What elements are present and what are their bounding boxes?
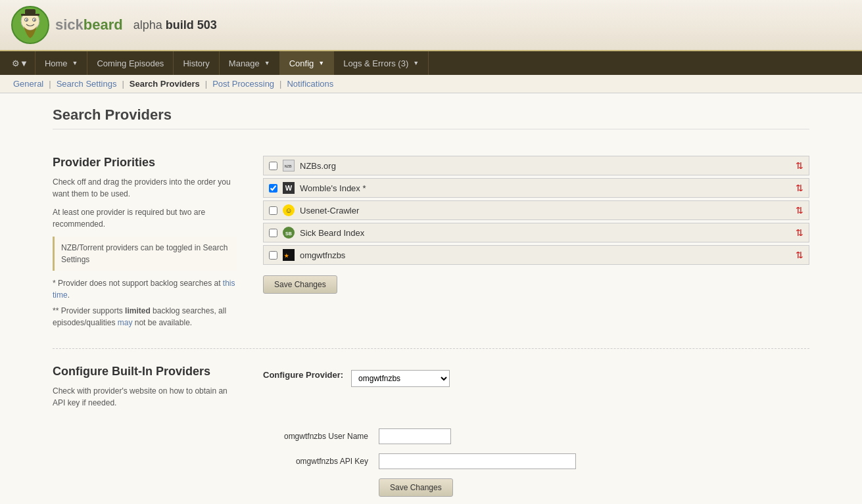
apikey-row: omgwtfnzbs API Key bbox=[263, 453, 809, 469]
tools-caret: ▼ bbox=[20, 58, 28, 68]
logo-area: sickbeard bbox=[11, 5, 123, 45]
provider-icon-omg: ★ bbox=[283, 249, 295, 261]
provider-name-womble: Womble's Index * bbox=[300, 183, 790, 193]
configure-right: Configure Provider: omgwtfnzbs NZBs.org … bbox=[263, 365, 809, 415]
provider-name-usenet: Usenet-Crawler bbox=[300, 206, 790, 216]
page-title: Search Providers bbox=[53, 106, 809, 129]
drag-handle-womble[interactable]: ⇅ bbox=[796, 183, 803, 193]
footnote2-prefix: ** Provider supports bbox=[53, 306, 125, 315]
nav-logs[interactable]: Logs & Errors (3) ▼ bbox=[334, 51, 429, 75]
tools-button[interactable]: ⚙ ▼ bbox=[5, 51, 36, 75]
provider-row-omg[interactable]: ★ omgwtfnzbs ⇅ bbox=[263, 245, 809, 265]
provider-name-omg: omgwtfnzbs bbox=[300, 250, 790, 260]
provider-row-usenet[interactable]: ☺ Usenet-Crawler ⇅ bbox=[263, 200, 809, 220]
save-changes-button-1[interactable]: Save Changes bbox=[263, 275, 337, 294]
provider-icon-sickbeard: SB bbox=[283, 227, 295, 239]
subnav-search-settings[interactable]: Search Settings bbox=[54, 79, 120, 89]
tools-icon: ⚙ bbox=[12, 58, 20, 68]
navbar: ⚙ ▼ Home ▼ Coming Episodes History Manag… bbox=[0, 51, 862, 75]
provider-row-nzbs[interactable]: NZB NZBs.org ⇅ bbox=[263, 156, 809, 175]
nav-home-caret: ▼ bbox=[72, 60, 78, 66]
apikey-input[interactable] bbox=[379, 453, 576, 469]
footnote1-prefix: * Provider does not support backlog sear… bbox=[53, 279, 223, 288]
username-label: omgwtfnzbs User Name bbox=[263, 432, 368, 441]
subnav: General | Search Settings | Search Provi… bbox=[0, 75, 862, 93]
priorities-desc1: Check off and drag the providers into th… bbox=[53, 176, 237, 200]
section-right-priorities: NZB NZBs.org ⇅ W Womble's Index * ⇅ ☺ Us… bbox=[263, 156, 809, 332]
footnote2-link: may bbox=[118, 318, 133, 327]
configure-provider-label: Configure Provider: bbox=[263, 370, 343, 380]
build-number: build 503 bbox=[166, 18, 217, 32]
priorities-note-text: NZB/Torrent providers can be toggled in … bbox=[61, 243, 227, 264]
nav-config-label: Config bbox=[289, 58, 314, 68]
build-info: alpha build 503 bbox=[133, 18, 217, 32]
subnav-search-providers[interactable]: Search Providers bbox=[127, 79, 203, 89]
username-row: omgwtfnzbs User Name bbox=[263, 428, 809, 444]
provider-icon-womble: W bbox=[283, 182, 295, 194]
configure-title: Configure Built-In Providers bbox=[53, 365, 237, 378]
provider-priorities-section: Provider Priorities Check off and drag t… bbox=[53, 140, 809, 349]
provider-row-sickbeard[interactable]: SB Sick Beard Index ⇅ bbox=[263, 223, 809, 242]
footnote2-bold: limited bbox=[125, 306, 151, 315]
drag-handle-sickbeard[interactable]: ⇅ bbox=[796, 227, 803, 238]
provider-icon-usenet: ☺ bbox=[283, 204, 295, 216]
footnote2: ** Provider supports limited backlog sea… bbox=[53, 305, 237, 329]
nav-logs-caret: ▼ bbox=[413, 60, 419, 66]
nav-history-label: History bbox=[183, 58, 209, 68]
priorities-title: Provider Priorities bbox=[53, 156, 237, 170]
provider-checkbox-omg[interactable] bbox=[269, 251, 277, 260]
provider-icon-nzbs: NZB bbox=[283, 160, 295, 172]
footnote1-suffix: . bbox=[68, 290, 70, 300]
subnav-notifications[interactable]: Notifications bbox=[284, 79, 336, 89]
section-left-priorities: Provider Priorities Check off and drag t… bbox=[53, 156, 237, 332]
main-content: Search Providers Provider Priorities Che… bbox=[0, 93, 862, 504]
nav-manage-caret: ▼ bbox=[264, 60, 270, 66]
nav-home-label: Home bbox=[45, 58, 68, 68]
provider-checkbox-nzbs[interactable] bbox=[269, 162, 277, 170]
drag-handle-usenet[interactable]: ⇅ bbox=[796, 205, 803, 216]
nav-coming-episodes[interactable]: Coming Episodes bbox=[87, 51, 174, 75]
configure-section: Configure Built-In Providers Check with … bbox=[53, 349, 809, 504]
nav-home[interactable]: Home ▼ bbox=[36, 51, 88, 75]
subnav-sep-4: | bbox=[279, 79, 281, 89]
app-name-sick: sick bbox=[55, 16, 84, 33]
provider-checkbox-sickbeard[interactable] bbox=[269, 229, 277, 237]
app-name-beard: beard bbox=[84, 16, 123, 33]
nav-manage[interactable]: Manage ▼ bbox=[220, 51, 280, 75]
subnav-general[interactable]: General bbox=[11, 79, 46, 89]
header: sickbeard alpha build 503 bbox=[0, 0, 862, 51]
subnav-post-processing[interactable]: Post Processing bbox=[210, 79, 277, 89]
app-name-block: sickbeard bbox=[55, 18, 123, 32]
provider-checkbox-usenet[interactable] bbox=[269, 206, 277, 215]
svg-point-4 bbox=[26, 20, 28, 21]
provider-row-womble[interactable]: W Womble's Index * ⇅ bbox=[263, 178, 809, 198]
configure-desc: Check with provider's website on how to … bbox=[53, 385, 237, 409]
nav-manage-label: Manage bbox=[229, 58, 260, 68]
provider-name-sickbeard: Sick Beard Index bbox=[300, 228, 790, 238]
configure-left: Configure Built-In Providers Check with … bbox=[53, 365, 237, 415]
svg-point-5 bbox=[34, 20, 36, 21]
priorities-desc2: At least one provider is required but tw… bbox=[53, 206, 237, 230]
nav-config[interactable]: Config ▼ bbox=[280, 51, 335, 75]
svg-text:★: ★ bbox=[284, 253, 289, 259]
configure-form: omgwtfnzbs User Name omgwtfnzbs API Key … bbox=[263, 428, 809, 497]
configure-provider-select[interactable]: omgwtfnzbs NZBs.org Usenet-Crawler Sick … bbox=[351, 370, 450, 387]
nav-history[interactable]: History bbox=[174, 51, 219, 75]
footnote1: * Provider does not support backlog sear… bbox=[53, 277, 237, 301]
provider-checkbox-womble[interactable] bbox=[269, 184, 277, 193]
subnav-sep-1: | bbox=[49, 79, 51, 89]
save-row-2: Save Changes bbox=[263, 478, 809, 497]
provider-name-nzbs: NZBs.org bbox=[300, 161, 790, 171]
username-input[interactable] bbox=[379, 428, 451, 444]
svg-rect-7 bbox=[25, 9, 36, 16]
drag-handle-nzbs[interactable]: ⇅ bbox=[796, 160, 803, 171]
save-changes-button-2[interactable]: Save Changes bbox=[379, 478, 453, 497]
svg-text:SB: SB bbox=[285, 231, 292, 236]
configure-header: Configure Built-In Providers Check with … bbox=[53, 365, 809, 415]
nav-coming-episodes-label: Coming Episodes bbox=[97, 58, 164, 68]
priorities-note: NZB/Torrent providers can be toggled in … bbox=[53, 237, 237, 271]
logo-icon bbox=[11, 5, 50, 45]
svg-text:NZB: NZB bbox=[285, 164, 292, 168]
drag-handle-omg[interactable]: ⇅ bbox=[796, 250, 803, 260]
subnav-sep-2: | bbox=[122, 79, 124, 89]
